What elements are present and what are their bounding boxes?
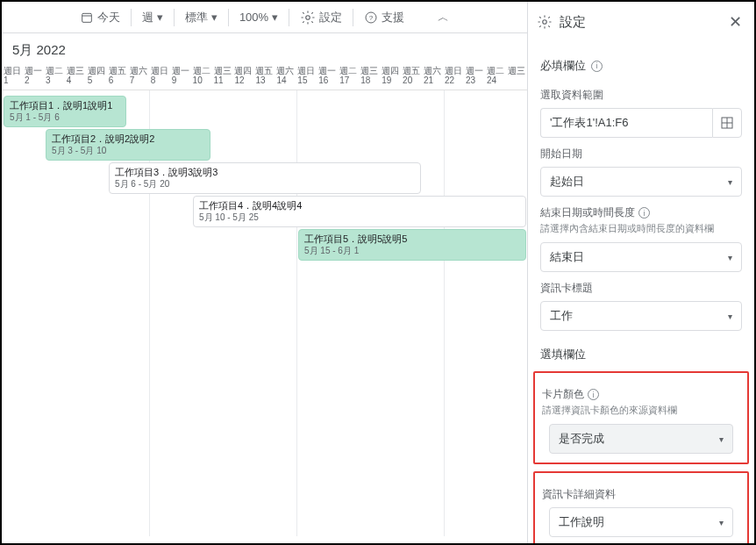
day-number: 9 (172, 75, 191, 86)
day-number: 16 (318, 75, 338, 86)
required-label: 必填欄位 (540, 58, 586, 74)
day-weekday: 週二 (487, 66, 506, 75)
caret-down-icon: ▾ (211, 11, 218, 24)
day-number: 11 (214, 75, 233, 86)
task-dates: 5月 15 - 6月 1 (304, 245, 520, 257)
task-card[interactable]: 工作項目2．說明2說明25月 3 - 5月 10 (46, 129, 210, 161)
day-number: 14 (276, 75, 296, 86)
start-date-select[interactable]: 起始日 ▾ (540, 167, 742, 197)
day-weekday: 週四 (88, 66, 107, 75)
day-number: 21 (424, 75, 443, 86)
day-column: 週三18 (359, 64, 380, 90)
task-card[interactable]: 工作項目3．說明3說明35月 6 - 5月 20 (109, 162, 421, 194)
day-number: 2 (25, 75, 44, 86)
week-gridline (296, 90, 297, 536)
day-column: 週二10 (191, 64, 212, 90)
day-weekday: 週日 (297, 66, 317, 75)
toolbar-separator (289, 9, 289, 26)
month-title: 5月 2022 (2, 33, 527, 64)
day-column: 週一2 (23, 64, 44, 90)
day-number: 20 (403, 75, 422, 86)
settings-button[interactable]: 設定 (295, 6, 347, 29)
help-button[interactable]: ? 支援 (359, 6, 410, 29)
today-button[interactable]: 今天 (75, 6, 125, 29)
task-title: 工作項目4．說明4說明4 (199, 199, 520, 212)
day-weekday: 週五 (403, 66, 422, 75)
info-icon[interactable]: i (588, 389, 599, 400)
sidebar-header: 設定 ✕ (528, 2, 754, 42)
caret-down-icon: ▾ (719, 518, 724, 527)
caret-down-icon: ▾ (719, 434, 724, 444)
day-column: 週一9 (170, 64, 191, 90)
info-icon[interactable]: i (591, 61, 603, 72)
close-icon[interactable]: ✕ (725, 9, 745, 35)
range-picker-button[interactable] (712, 108, 742, 138)
optional-section-title: 選填欄位 (528, 331, 754, 368)
day-column: 週一23 (464, 64, 485, 90)
card-title-select[interactable]: 工作 ▾ (540, 301, 742, 331)
caret-down-icon: ▾ (157, 11, 163, 24)
collapse-button[interactable]: ︿ (432, 6, 454, 29)
task-card[interactable]: 工作項目4．說明4說明45月 10 - 5月 25 (193, 196, 526, 227)
task-dates: 5月 10 - 5月 25 (199, 212, 520, 224)
day-number: 24 (487, 75, 506, 86)
week-gridline (444, 90, 445, 536)
day-number: 10 (193, 75, 212, 86)
task-title: 工作項目3．說明3說明3 (115, 166, 415, 178)
day-column: 週五20 (401, 64, 422, 90)
settings-sidebar: 設定 ✕ 必填欄位 i 選取資料範圍 開始日期 起始日 ▾ 結束日期或 (528, 2, 754, 543)
highlight-detail-box: 資訊卡詳細資料 工作說明 ▾ (533, 471, 749, 543)
card-detail-select[interactable]: 工作說明 ▾ (549, 507, 733, 537)
caret-down-icon: ▾ (728, 177, 732, 187)
day-column: 週一16 (317, 64, 338, 90)
day-weekday: 週三 (508, 66, 527, 75)
info-icon[interactable]: i (638, 207, 650, 219)
card-color-select[interactable]: 是否完成 ▾ (549, 424, 733, 454)
card-color-value: 是否完成 (559, 431, 604, 447)
task-card[interactable]: 工作項目1．說明1說明15月 1 - 5月 6 (4, 96, 126, 127)
caret-down-icon: ▾ (728, 253, 732, 262)
day-column: 週二24 (485, 64, 506, 90)
day-number: 1 (4, 75, 23, 86)
day-column: 週日1 (2, 64, 23, 90)
grid-icon (721, 117, 733, 129)
range-input[interactable] (540, 108, 712, 138)
timeline-body[interactable]: 工作項目1．說明1說明15月 1 - 5月 6工作項目2．說明2說明25月 3 … (2, 90, 527, 536)
color-field-label: 卡片顏色 i (535, 378, 747, 404)
day-column: 週五6 (107, 64, 128, 90)
day-number: 23 (466, 75, 485, 86)
day-number: 22 (445, 75, 464, 86)
detail-field-label: 資訊卡詳細資料 (535, 478, 747, 504)
zoom-dropdown[interactable]: 100% ▾ (234, 7, 283, 27)
day-column: 週三4 (65, 64, 86, 90)
help-label: 支援 (382, 10, 404, 25)
range-dropdown[interactable]: 週 ▾ (137, 6, 168, 29)
day-weekday: 週一 (466, 66, 485, 75)
fit-dropdown[interactable]: 標準 ▾ (180, 6, 223, 29)
day-weekday: 週四 (382, 66, 401, 75)
day-number: 8 (151, 75, 170, 86)
day-weekday: 週三 (360, 66, 380, 75)
settings-label: 設定 (319, 10, 342, 25)
day-weekday: 週四 (234, 66, 253, 75)
caret-down-icon: ▾ (728, 312, 732, 321)
day-weekday: 週六 (276, 66, 296, 75)
svg-rect-0 (82, 13, 92, 22)
start-date-value: 起始日 (550, 174, 584, 190)
card-title-field-label: 資訊卡標題 (528, 272, 754, 298)
task-title: 工作項目1．說明1說明1 (10, 99, 120, 111)
required-section-title: 必填欄位 i (528, 42, 754, 79)
task-card[interactable]: 工作項目5．說明5說明55月 15 - 6月 1 (298, 229, 526, 261)
calendar-icon (80, 11, 94, 25)
day-number: 12 (234, 75, 253, 86)
day-number: 15 (297, 75, 317, 86)
day-weekday: 週一 (25, 66, 44, 75)
task-title: 工作項目2．說明2說明2 (52, 133, 204, 145)
start-field-label: 開始日期 (528, 138, 754, 163)
day-weekday: 週六 (424, 66, 443, 75)
day-weekday: 週二 (46, 66, 65, 75)
day-number: 13 (255, 75, 275, 86)
day-weekday: 週日 (4, 66, 23, 75)
day-column: 週六21 (422, 64, 443, 90)
end-date-select[interactable]: 結束日 ▾ (540, 242, 742, 272)
